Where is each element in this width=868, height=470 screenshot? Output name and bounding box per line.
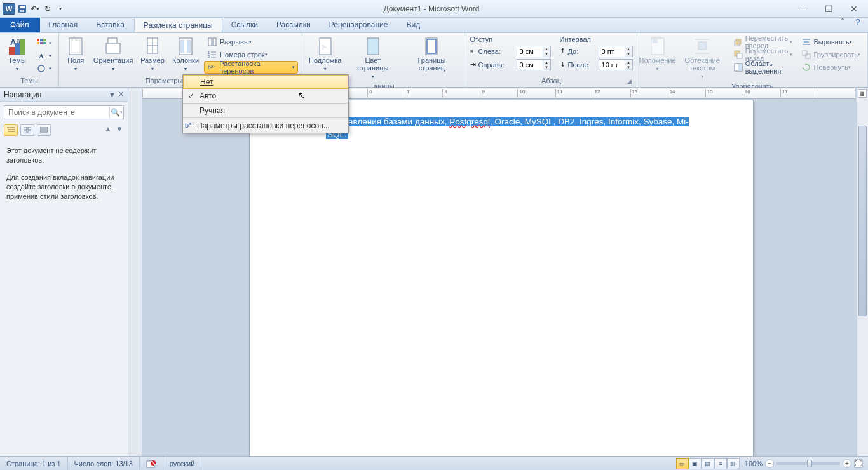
group-button[interactable]: Группировать ▾ <box>798 48 864 61</box>
tab-view[interactable]: Вид <box>397 18 430 32</box>
themes-button[interactable]: Aa Темы▼ <box>4 34 31 75</box>
group-arrange: Положение▼ Обтекание текстом▼ Переместит… <box>637 33 868 87</box>
zoom-in[interactable]: + <box>843 459 851 468</box>
wrap-icon <box>692 36 712 57</box>
svg-rect-55 <box>24 127 27 130</box>
zoom-out[interactable]: − <box>765 459 774 468</box>
line-numbers-button[interactable]: 12Номера строк ▾ <box>204 48 298 61</box>
spin-up[interactable]: ▲ <box>625 60 632 65</box>
status-proofing[interactable] <box>140 457 163 470</box>
theme-colors-button[interactable]: ▾ <box>33 37 55 50</box>
vertical-ruler[interactable] <box>128 88 142 456</box>
hyphenation-options[interactable]: bª⁻Параметры расстановки переносов... <box>183 118 348 133</box>
tab-insert[interactable]: Вставка <box>87 18 134 32</box>
position-button[interactable]: Положение▼ <box>641 34 674 75</box>
view-print-layout[interactable]: ▭ <box>676 458 689 469</box>
nav-next[interactable]: ▼ <box>115 124 124 136</box>
nav-search-input[interactable] <box>4 106 109 119</box>
nav-tab-results[interactable] <box>37 124 51 136</box>
zoom-fit[interactable]: ⛶ <box>854 459 863 468</box>
save-icon[interactable] <box>17 3 28 15</box>
indent-right-input[interactable]: ▲▼ <box>517 59 551 70</box>
size-button[interactable]: Размер▼ <box>138 34 167 75</box>
help-icon[interactable]: ? <box>853 18 863 32</box>
tab-file[interactable]: Файл <box>0 18 40 32</box>
selection-pane-button[interactable]: Область выделения <box>731 61 796 74</box>
page[interactable]: ы управления базами данных, Postgresql, … <box>249 100 754 456</box>
qat-customize-icon[interactable]: ▾ <box>55 3 66 15</box>
rotate-button[interactable]: Повернуть ▾ <box>798 61 864 74</box>
redo-icon[interactable]: ↻ <box>42 3 53 15</box>
tab-review[interactable]: Рецензирование <box>320 18 398 32</box>
spin-down[interactable]: ▼ <box>543 65 550 70</box>
nav-tab-headings[interactable] <box>4 124 18 136</box>
spin-down[interactable]: ▼ <box>625 51 632 57</box>
close-button[interactable]: ✕ <box>845 3 863 15</box>
spin-down[interactable]: ▼ <box>543 51 550 57</box>
undo-icon[interactable]: ↶▾ <box>29 3 41 15</box>
space-after-input[interactable]: ▲▼ <box>599 59 633 70</box>
view-fullscreen[interactable]: ▣ <box>689 458 702 469</box>
view-web[interactable]: ▤ <box>702 458 714 469</box>
nav-search[interactable]: 🔍▾ <box>4 105 124 119</box>
breaks-button[interactable]: Разрывы ▾ <box>204 36 298 48</box>
navpane-close[interactable]: ✕ <box>118 90 124 98</box>
page-borders-button[interactable]: Границы страниц <box>402 34 461 74</box>
group-themes: Aa Темы▼ ▾ A▾ ▾ Темы <box>0 33 59 87</box>
paragraph-dialog-launcher[interactable]: ◢ <box>627 78 632 84</box>
minimize-button[interactable]: — <box>794 3 812 15</box>
theme-effects-button[interactable]: ▾ <box>33 62 55 75</box>
send-backward-button[interactable]: Переместить назад ▾ <box>731 48 796 61</box>
indent-left-input[interactable]: ▲▼ <box>517 46 551 57</box>
spin-up[interactable]: ▲ <box>625 46 632 51</box>
view-draft[interactable]: ▥ <box>727 458 740 469</box>
minimize-ribbon-icon[interactable]: ˆ <box>837 18 848 32</box>
view-outline[interactable]: ≡ <box>714 458 727 469</box>
tab-references[interactable]: Ссылки <box>222 18 268 32</box>
tab-home[interactable]: Главная <box>40 18 88 32</box>
status-language[interactable]: русский <box>163 457 201 470</box>
navpane-dropdown[interactable]: ▼ <box>109 91 116 98</box>
zoom-slider[interactable] <box>776 462 840 465</box>
nav-tabs: ▲ ▼ <box>0 123 128 137</box>
margins-button[interactable]: Поля▼ <box>63 34 89 75</box>
space-before-input[interactable]: ▲▼ <box>599 46 633 57</box>
hyphenation-none[interactable]: Нет <box>183 75 348 89</box>
tab-mailings[interactable]: Рассылки <box>268 18 320 32</box>
vertical-scrollbar[interactable]: ▦ <box>857 88 868 456</box>
nav-tab-pages[interactable] <box>20 124 34 136</box>
ruler-toggle[interactable]: ▦ <box>858 89 867 98</box>
status-page[interactable]: Страница: 1 из 1 <box>0 457 68 470</box>
spin-up[interactable]: ▲ <box>543 46 550 51</box>
svg-text:A: A <box>10 37 17 47</box>
maximize-button[interactable]: ☐ <box>820 3 837 15</box>
tab-page-layout[interactable]: Разметка страницы <box>134 18 222 32</box>
theme-fonts-button[interactable]: A▾ <box>33 50 55 62</box>
bring-forward-button[interactable]: Переместить вперед ▾ <box>731 36 796 48</box>
spin-up[interactable]: ▲ <box>543 60 550 65</box>
themes-label: Темы <box>8 57 26 64</box>
align-button[interactable]: Выровнять ▾ <box>798 36 864 48</box>
hyphenation-manual[interactable]: Ручная <box>183 104 348 118</box>
svg-rect-50 <box>803 51 807 55</box>
page-color-button[interactable]: Цвет страницы▼ <box>346 34 399 83</box>
spin-down[interactable]: ▼ <box>625 65 632 70</box>
navpane-title: Навигация <box>4 90 41 99</box>
themes-icon: Aa <box>7 36 27 57</box>
zoom-value[interactable]: 100% <box>745 460 763 467</box>
status-words[interactable]: Число слов: 13/13 <box>68 457 140 470</box>
watermark-button[interactable]: AПодложка▼ <box>306 34 344 75</box>
nav-prev[interactable]: ▲ <box>104 124 112 136</box>
search-icon[interactable]: 🔍▾ <box>109 106 123 119</box>
orientation-button[interactable]: Ориентация▼ <box>92 34 136 75</box>
zoom-knob[interactable] <box>807 460 812 467</box>
scroll-thumb[interactable] <box>858 126 867 316</box>
word-logo-icon[interactable]: W <box>3 3 15 15</box>
svg-rect-51 <box>806 54 810 58</box>
svg-text:a: a <box>17 37 20 44</box>
hyphenation-button[interactable]: bª⁻Расстановка переносов ▾ <box>204 61 298 74</box>
wrap-text-button[interactable]: Обтекание текстом▼ <box>677 34 728 83</box>
document-text[interactable]: ы управления базами данных, Postgresql, … <box>326 116 715 141</box>
columns-button[interactable]: Колонки▼ <box>170 34 201 75</box>
hyphenation-auto[interactable]: ✓Авто <box>183 89 348 104</box>
